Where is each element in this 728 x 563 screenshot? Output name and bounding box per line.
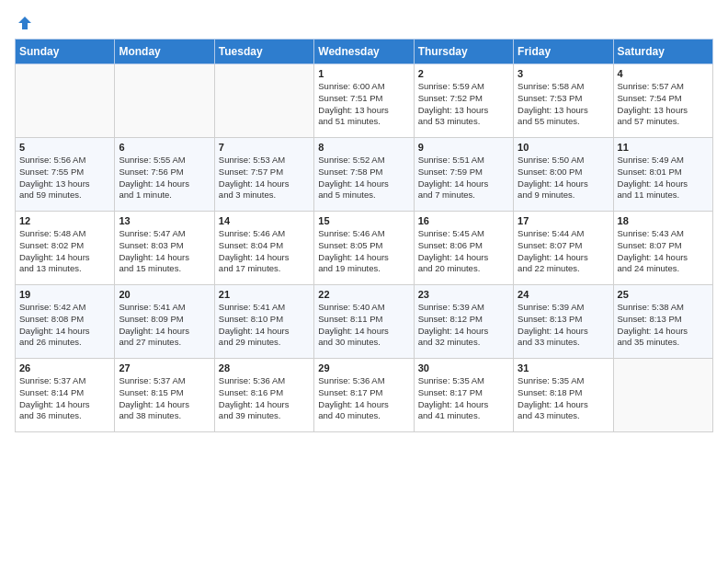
day-info: and 35 minutes. — [618, 337, 709, 349]
weekday-header-thursday: Thursday — [414, 40, 513, 64]
day-number: 27 — [119, 362, 210, 373]
weekday-header-row: SundayMondayTuesdayWednesdayThursdayFrid… — [16, 40, 713, 64]
day-info: Daylight: 14 hours — [518, 252, 609, 264]
day-info: Sunset: 8:10 PM — [219, 314, 310, 326]
day-info: Sunrise: 5:39 AM — [418, 302, 509, 314]
day-info: Sunset: 8:17 PM — [418, 387, 509, 399]
day-info: Daylight: 14 hours — [618, 326, 709, 338]
day-info: and 36 minutes. — [19, 410, 110, 422]
day-number: 12 — [19, 215, 110, 226]
day-number: 13 — [119, 215, 210, 226]
day-number: 17 — [518, 215, 609, 226]
day-info: and 24 minutes. — [618, 263, 709, 275]
day-info: Sunset: 7:58 PM — [318, 167, 409, 178]
day-info: Daylight: 14 hours — [618, 252, 709, 264]
day-info: Sunrise: 5:47 AM — [119, 228, 210, 240]
day-info: and 55 minutes. — [518, 116, 609, 128]
day-info: Daylight: 14 hours — [518, 326, 609, 338]
day-info: Sunset: 8:15 PM — [119, 387, 210, 399]
day-info: and 51 minutes. — [318, 116, 409, 128]
day-info: Daylight: 14 hours — [19, 399, 110, 411]
day-info: Sunrise: 5:41 AM — [219, 302, 310, 314]
day-number: 5 — [19, 142, 110, 153]
day-number: 31 — [518, 362, 609, 373]
day-number: 24 — [518, 289, 609, 300]
day-info: Daylight: 14 hours — [318, 178, 409, 190]
calendar-cell: 2Sunrise: 5:59 AMSunset: 7:52 PMDaylight… — [414, 64, 513, 138]
day-info: and 38 minutes. — [119, 410, 210, 422]
weekday-header-monday: Monday — [115, 40, 214, 64]
day-number: 14 — [219, 215, 310, 226]
day-info: Sunrise: 5:45 AM — [418, 228, 509, 240]
day-info: and 33 minutes. — [518, 337, 609, 349]
day-number: 11 — [618, 142, 709, 153]
day-info: Sunrise: 5:49 AM — [618, 155, 709, 167]
day-info: Sunset: 7:54 PM — [618, 93, 709, 105]
day-info: and 7 minutes. — [418, 190, 509, 201]
calendar-cell: 27Sunrise: 5:37 AMSunset: 8:15 PMDayligh… — [115, 359, 214, 432]
calendar-cell — [115, 64, 214, 138]
day-info: Sunset: 8:04 PM — [219, 240, 310, 252]
day-info: and 20 minutes. — [418, 263, 509, 275]
day-number: 30 — [418, 362, 509, 373]
day-info: Daylight: 13 hours — [418, 105, 509, 117]
day-info: Daylight: 13 hours — [318, 105, 409, 117]
day-info: Sunrise: 5:37 AM — [19, 375, 110, 387]
calendar-cell: 21Sunrise: 5:41 AMSunset: 8:10 PMDayligh… — [214, 285, 313, 359]
day-info: and 3 minutes. — [219, 190, 310, 201]
day-number: 8 — [318, 142, 409, 153]
day-info: Sunset: 7:53 PM — [518, 93, 609, 105]
calendar-cell: 20Sunrise: 5:41 AMSunset: 8:09 PMDayligh… — [115, 285, 214, 359]
day-info: Daylight: 14 hours — [219, 252, 310, 264]
day-info: Sunrise: 5:53 AM — [219, 155, 310, 167]
day-number: 7 — [219, 142, 310, 153]
day-number: 3 — [518, 68, 609, 79]
day-info: Sunset: 8:00 PM — [518, 167, 609, 178]
calendar-cell: 28Sunrise: 5:36 AMSunset: 8:16 PMDayligh… — [214, 359, 313, 432]
day-info: Daylight: 13 hours — [518, 105, 609, 117]
day-info: Sunset: 7:57 PM — [219, 167, 310, 178]
calendar-cell — [613, 359, 712, 432]
weekday-header-tuesday: Tuesday — [214, 40, 313, 64]
day-info: Daylight: 14 hours — [418, 399, 509, 411]
calendar-cell: 25Sunrise: 5:38 AMSunset: 8:13 PMDayligh… — [613, 285, 712, 359]
day-info: Sunset: 7:59 PM — [418, 167, 509, 178]
calendar-cell: 15Sunrise: 5:46 AMSunset: 8:05 PMDayligh… — [314, 212, 414, 285]
day-info: Daylight: 14 hours — [219, 326, 310, 338]
day-number: 23 — [418, 289, 509, 300]
day-info: Sunset: 8:18 PM — [518, 387, 609, 399]
day-info: Sunrise: 5:48 AM — [19, 228, 110, 240]
day-info: Daylight: 14 hours — [518, 178, 609, 190]
day-info: Sunrise: 5:36 AM — [219, 375, 310, 387]
day-number: 19 — [19, 289, 110, 300]
day-info: Daylight: 14 hours — [119, 252, 210, 264]
day-number: 2 — [418, 68, 509, 79]
day-info: Sunset: 8:11 PM — [318, 314, 409, 326]
day-info: Sunrise: 6:00 AM — [318, 81, 409, 93]
day-info: Sunset: 8:13 PM — [618, 314, 709, 326]
day-info: Sunrise: 5:42 AM — [19, 302, 110, 314]
calendar-cell: 11Sunrise: 5:49 AMSunset: 8:01 PMDayligh… — [613, 138, 712, 212]
day-info: Sunset: 8:17 PM — [318, 387, 409, 399]
calendar-cell: 23Sunrise: 5:39 AMSunset: 8:12 PMDayligh… — [414, 285, 513, 359]
calendar-cell: 1Sunrise: 6:00 AMSunset: 7:51 PMDaylight… — [314, 64, 414, 138]
day-info: Daylight: 14 hours — [19, 326, 110, 338]
calendar-cell: 7Sunrise: 5:53 AMSunset: 7:57 PMDaylight… — [214, 138, 313, 212]
day-number: 6 — [119, 142, 210, 153]
day-info: Sunset: 7:51 PM — [318, 93, 409, 105]
calendar-cell: 19Sunrise: 5:42 AMSunset: 8:08 PMDayligh… — [16, 285, 115, 359]
week-row-1: 1Sunrise: 6:00 AMSunset: 7:51 PMDaylight… — [16, 64, 713, 138]
day-info: Sunset: 8:07 PM — [518, 240, 609, 252]
calendar-cell: 14Sunrise: 5:46 AMSunset: 8:04 PMDayligh… — [214, 212, 313, 285]
day-info: Daylight: 14 hours — [219, 399, 310, 411]
day-number: 18 — [618, 215, 709, 226]
day-info: Sunrise: 5:56 AM — [19, 155, 110, 167]
weekday-header-sunday: Sunday — [16, 40, 115, 64]
week-row-5: 26Sunrise: 5:37 AMSunset: 8:14 PMDayligh… — [16, 359, 713, 432]
day-info: Daylight: 14 hours — [318, 326, 409, 338]
logo-icon — [17, 15, 33, 31]
day-info: and 43 minutes. — [518, 410, 609, 422]
day-info: and 19 minutes. — [318, 263, 409, 275]
calendar-cell — [16, 64, 115, 138]
day-info: Sunrise: 5:37 AM — [119, 375, 210, 387]
